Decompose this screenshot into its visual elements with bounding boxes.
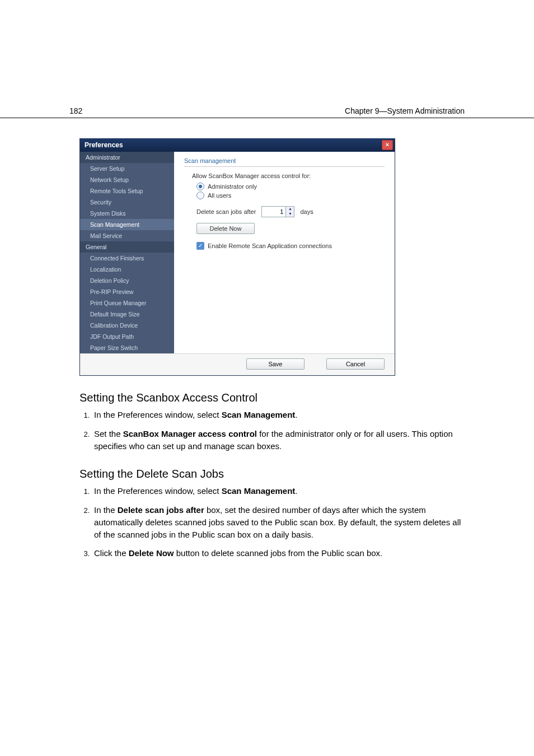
checkbox-label: Enable Remote Scan Application connectio…	[208, 242, 332, 249]
delete-days-unit: days	[300, 208, 313, 215]
bold-text: Delete scan jobs after	[118, 505, 204, 515]
sidebar-item-pre-rip-preview[interactable]: Pre-RIP Preview	[80, 286, 174, 297]
stepper-up-icon[interactable]: ▲	[286, 207, 294, 212]
bold-text: ScanBox Manager access control	[123, 429, 257, 438]
panel-section-title: Scan management	[184, 157, 385, 167]
sidebar-item-remote-tools-setup[interactable]: Remote Tools Setup	[80, 185, 174, 197]
text: In the Preferences window, select	[94, 486, 222, 496]
text: Click the	[94, 548, 129, 558]
radio-administrator-only[interactable]: Administrator only	[196, 183, 385, 190]
stepper-down-icon[interactable]: ▼	[286, 212, 294, 217]
sidebar-item-mail-service[interactable]: Mail Service	[80, 230, 174, 241]
sidebar-item-paper-size-switch[interactable]: Paper Size Switch	[80, 342, 174, 353]
bold-text: Scan Management	[222, 410, 296, 419]
dialog-title: Preferences	[85, 141, 123, 149]
access-control-label: Allow ScanBox Manager access control for…	[192, 172, 385, 179]
radio-label: Administrator only	[208, 183, 257, 190]
page-header: 182 Chapter 9—System Administration	[0, 0, 534, 118]
list-item: Click the Delete Now button to delete sc…	[92, 547, 465, 559]
radio-icon	[196, 183, 204, 190]
text: .	[295, 486, 297, 496]
checkbox-icon	[196, 242, 204, 250]
delete-days-stepper[interactable]: ▲ ▼	[261, 206, 294, 217]
sidebar-group-administrator: Administrator	[80, 152, 174, 163]
sidebar-item-deletion-policy[interactable]: Deletion Policy	[80, 275, 174, 286]
cancel-button[interactable]: Cancel	[326, 358, 385, 370]
sidebar-item-scan-management[interactable]: Scan Management	[80, 219, 174, 230]
delete-now-button[interactable]: Delete Now	[196, 223, 255, 234]
scan-management-panel: Scan management Allow ScanBox Manager ac…	[174, 152, 395, 353]
list-item: In the Preferences window, select Scan M…	[92, 409, 465, 421]
sidebar-item-system-disks[interactable]: System Disks	[80, 208, 174, 219]
sidebar-item-default-image-size[interactable]: Default Image Size	[80, 309, 174, 320]
delete-after-label: Delete scan jobs after	[196, 208, 256, 215]
radio-icon	[196, 192, 204, 199]
preferences-sidebar: Administrator Server Setup Network Setup…	[80, 152, 174, 353]
sidebar-item-connected-finishers[interactable]: Connected Finishers	[80, 253, 174, 264]
bold-text: Scan Management	[222, 486, 296, 496]
text: .	[295, 410, 297, 419]
sidebar-item-server-setup[interactable]: Server Setup	[80, 163, 174, 174]
dialog-footer: Save Cancel	[80, 353, 395, 375]
content-area: Preferences × Administrator Server Setup…	[0, 118, 534, 559]
page-number: 182	[69, 106, 82, 115]
sidebar-item-security[interactable]: Security	[80, 197, 174, 208]
sidebar-group-general: General	[80, 241, 174, 253]
sidebar-item-jdf-output-path[interactable]: JDF Output Path	[80, 331, 174, 342]
text: In the	[94, 505, 118, 515]
radio-all-users[interactable]: All users	[196, 192, 385, 199]
text: button to delete scanned jobs from the P…	[174, 548, 383, 558]
sidebar-item-localization[interactable]: Localization	[80, 264, 174, 275]
list-item: Set the ScanBox Manager access control f…	[92, 428, 465, 452]
list-item: In the Preferences window, select Scan M…	[92, 485, 465, 497]
sidebar-item-calibration-device[interactable]: Calibration Device	[80, 320, 174, 331]
section-heading-scanbox-access: Setting the Scanbox Access Control	[79, 391, 465, 404]
steps-list: In the Preferences window, select Scan M…	[79, 485, 465, 559]
text: Set the	[94, 429, 123, 438]
text: In the Preferences window, select	[94, 410, 222, 419]
steps-list: In the Preferences window, select Scan M…	[79, 409, 465, 452]
sidebar-item-print-queue-manager[interactable]: Print Queue Manager	[80, 297, 174, 309]
chapter-title: Chapter 9—System Administration	[345, 106, 465, 115]
section-heading-delete-scan-jobs: Setting the Delete Scan Jobs	[79, 468, 465, 480]
delete-days-input[interactable]	[262, 207, 285, 217]
close-icon[interactable]: ×	[382, 140, 393, 150]
save-button[interactable]: Save	[246, 358, 305, 370]
dialog-titlebar: Preferences ×	[80, 138, 395, 152]
enable-remote-scan-checkbox[interactable]: Enable Remote Scan Application connectio…	[196, 242, 385, 250]
radio-label: All users	[208, 192, 231, 199]
list-item: In the Delete scan jobs after box, set t…	[92, 504, 465, 540]
bold-text: Delete Now	[129, 548, 174, 558]
sidebar-item-network-setup[interactable]: Network Setup	[80, 174, 174, 185]
preferences-dialog: Preferences × Administrator Server Setup…	[79, 138, 395, 376]
